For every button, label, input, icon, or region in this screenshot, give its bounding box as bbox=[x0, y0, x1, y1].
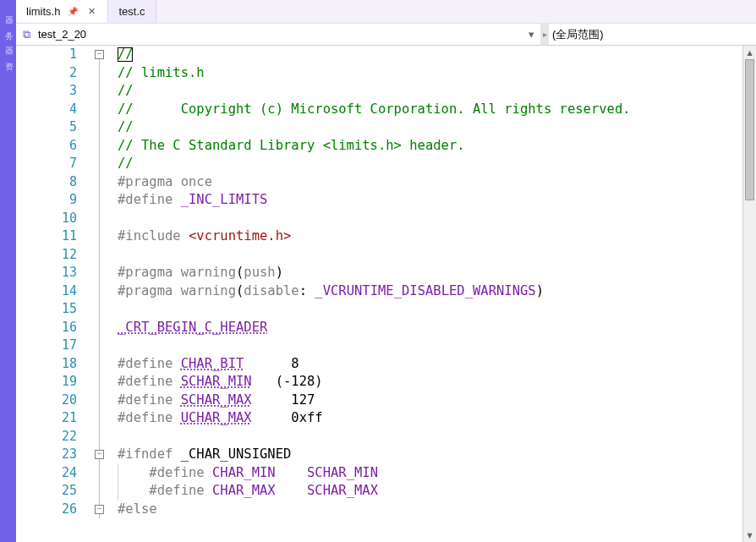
code-line[interactable] bbox=[118, 246, 742, 265]
nav-scope-left-wrap: ⧉ test_2_20 ▾ bbox=[16, 25, 540, 45]
code-token bbox=[173, 265, 180, 280]
code-line[interactable]: // bbox=[118, 46, 742, 64]
tab-label: limits.h bbox=[26, 5, 60, 18]
line-number: 17 bbox=[16, 337, 77, 355]
code-line[interactable]: // bbox=[118, 82, 742, 101]
rail-icon[interactable]: 器 bbox=[3, 34, 14, 46]
nav-scope-left-label: test_2_20 bbox=[38, 28, 86, 41]
vertical-scrollbar[interactable]: ▴ ▾ bbox=[742, 46, 756, 542]
rail-icon[interactable]: 资 bbox=[3, 49, 14, 61]
type-icon: ⧉ bbox=[19, 28, 33, 41]
code-token bbox=[173, 283, 180, 298]
indent-guide bbox=[118, 464, 118, 501]
code-token: #pragma bbox=[118, 283, 173, 298]
text-cursor bbox=[118, 47, 133, 62]
fold-gutter: −−− bbox=[92, 46, 118, 518]
fold-toggle[interactable]: − bbox=[95, 50, 104, 59]
main-pane: limits.h📌✕test.c ⧉ test_2_20 ▾ ▸ (全局范围) bbox=[16, 0, 756, 542]
code-token: warning bbox=[181, 265, 236, 280]
code-token: #define bbox=[118, 483, 205, 498]
nav-scope-combo-right[interactable]: (全局范围) bbox=[549, 25, 756, 45]
code-token bbox=[173, 410, 180, 425]
code-token: // Copyright (c) Microsoft Corporation. … bbox=[118, 101, 631, 117]
code-token: SCHAR_MIN bbox=[181, 374, 252, 389]
line-number: 24 bbox=[16, 464, 77, 483]
close-icon[interactable]: ✕ bbox=[85, 6, 97, 18]
line-number: 21 bbox=[16, 409, 77, 428]
code-line[interactable]: #include <vcruntime.h> bbox=[118, 227, 742, 246]
code-token: _CRT_BEGIN_C_HEADER bbox=[118, 320, 267, 335]
line-number: 9 bbox=[16, 191, 77, 210]
rail-icon[interactable]: 务 bbox=[3, 19, 14, 30]
tab-label: test.c bbox=[118, 5, 145, 18]
code-token: 0xff bbox=[252, 410, 323, 425]
code-token bbox=[205, 483, 212, 498]
line-number: 11 bbox=[16, 227, 77, 246]
code-token: #pragma bbox=[118, 265, 173, 280]
scroll-up-icon[interactable]: ▴ bbox=[743, 46, 756, 59]
code-token: CHAR_MAX bbox=[212, 483, 276, 498]
code-line[interactable]: #ifndef _CHAR_UNSIGNED bbox=[118, 446, 742, 464]
code-token: push bbox=[244, 265, 275, 280]
code-token: SCHAR_MAX bbox=[181, 392, 252, 408]
code-line[interactable] bbox=[118, 337, 742, 355]
file-tab[interactable]: limits.h📌✕ bbox=[16, 0, 108, 23]
code-token: disable bbox=[244, 283, 299, 298]
code-token: ( bbox=[236, 283, 244, 298]
code-token bbox=[173, 356, 180, 371]
code-line[interactable]: #define CHAR_MIN SCHAR_MIN bbox=[118, 464, 742, 483]
code-line[interactable]: #pragma once bbox=[118, 173, 742, 192]
nav-scope-right-label: (全局范围) bbox=[552, 27, 604, 42]
code-line[interactable]: #define UCHAR_MAX 0xff bbox=[118, 409, 742, 428]
code-line[interactable] bbox=[118, 300, 742, 319]
line-number: 6 bbox=[16, 137, 77, 156]
code-line[interactable]: _CRT_BEGIN_C_HEADER bbox=[118, 319, 742, 337]
code-token: 8 bbox=[244, 356, 299, 371]
code-line[interactable]: // bbox=[118, 118, 742, 137]
code-line[interactable]: // Copyright (c) Microsoft Corporation. … bbox=[118, 101, 742, 119]
pin-icon[interactable]: 📌 bbox=[67, 6, 79, 18]
code-token: SCHAR_MIN bbox=[307, 465, 378, 480]
code-token: UCHAR_MAX bbox=[181, 410, 252, 425]
code-line[interactable]: #define _INC_LIMITS bbox=[118, 191, 742, 210]
code-line[interactable]: // The C Standard Library <limits.h> hea… bbox=[118, 137, 742, 156]
nav-scope-combo-left[interactable]: ⧉ test_2_20 ▾ bbox=[16, 25, 540, 45]
code-line[interactable]: // limits.h bbox=[118, 64, 742, 83]
code-line[interactable]: // bbox=[118, 155, 742, 173]
line-number-gutter: 1234567891011121314151617181920212223242… bbox=[16, 46, 92, 518]
line-number: 20 bbox=[16, 391, 77, 410]
code-token: #define bbox=[118, 392, 173, 408]
code-token: // bbox=[118, 156, 134, 171]
code-token: #define bbox=[118, 356, 173, 371]
line-number: 10 bbox=[16, 210, 77, 228]
scrollbar-thumb[interactable] bbox=[745, 59, 754, 200]
code-line[interactable]: #pragma warning(disable: _VCRUNTIME_DISA… bbox=[118, 282, 742, 301]
code-token: : bbox=[299, 283, 315, 298]
tab-bar: limits.h📌✕test.c bbox=[16, 0, 756, 24]
code-token: SCHAR_MAX bbox=[307, 483, 378, 498]
code-line[interactable]: #define CHAR_MAX SCHAR_MAX bbox=[118, 482, 742, 501]
code-line[interactable] bbox=[118, 428, 742, 446]
code-line[interactable]: #define CHAR_BIT 8 bbox=[118, 355, 742, 374]
code-line[interactable]: #pragma warning(push) bbox=[118, 264, 742, 282]
fold-toggle[interactable]: − bbox=[95, 505, 104, 514]
line-number: 23 bbox=[16, 446, 77, 464]
rail-icon[interactable]: 器 bbox=[3, 3, 14, 15]
code-line[interactable]: #else bbox=[118, 501, 742, 519]
scroll-down-icon[interactable]: ▾ bbox=[743, 528, 756, 542]
code-token bbox=[205, 465, 212, 480]
code-token bbox=[276, 483, 307, 498]
code-content[interactable]: //// limits.h//// Copyright (c) Microsof… bbox=[118, 46, 742, 518]
file-tab[interactable]: test.c bbox=[108, 0, 156, 23]
code-line[interactable]: #define SCHAR_MAX 127 bbox=[118, 391, 742, 410]
code-token: CHAR_BIT bbox=[181, 356, 244, 371]
code-line[interactable] bbox=[118, 210, 742, 228]
line-number: 14 bbox=[16, 282, 77, 301]
scrollbar-track[interactable] bbox=[743, 59, 756, 528]
code-token: // bbox=[118, 83, 134, 98]
fold-toggle[interactable]: − bbox=[95, 450, 104, 459]
chevron-down-icon: ▾ bbox=[525, 25, 537, 45]
code-line[interactable]: #define SCHAR_MIN (-128) bbox=[118, 373, 742, 391]
code-editor[interactable]: 1234567891011121314151617181920212223242… bbox=[16, 46, 756, 542]
nav-separator[interactable]: ▸ bbox=[540, 24, 549, 45]
